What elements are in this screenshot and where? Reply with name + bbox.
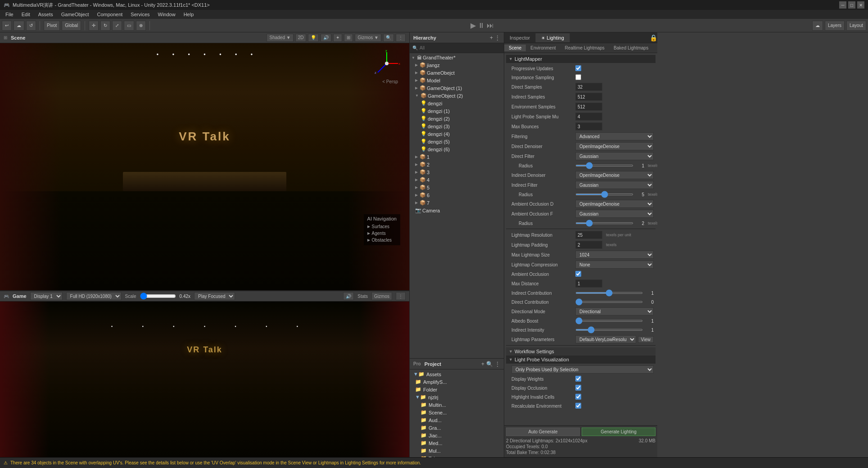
hierarchy-dengzi2[interactable]: 💡 dengzi (2) [410,115,504,122]
scene-audio-button[interactable]: 🔊 [321,34,331,42]
proj-scene[interactable]: 📁 Scene... [410,409,504,416]
indirect-intensity-slider[interactable] [575,329,643,331]
hierarchy-add-button[interactable]: + [490,35,493,41]
indirect-radius-slider[interactable] [575,194,633,195]
menu-file[interactable]: File [2,11,17,18]
lp-sample-mul-input[interactable] [575,112,602,121]
rect-tool[interactable]: ▭ [124,21,134,31]
hierarchy-gameobejct[interactable]: ▶ 📦 GameObejct [410,69,504,76]
menu-gameobject[interactable]: GameObject [58,11,93,18]
scene-gizmos-button[interactable]: Gizmos ▼ [355,34,381,42]
maximize-button[interactable]: □ [848,1,855,9]
stats-button[interactable]: Stats [357,294,368,299]
hierarchy-more-button[interactable]: ⋮ [495,35,500,41]
scene-more-button[interactable]: ⋮ [396,34,406,42]
move-tool[interactable]: ✛ [89,21,99,31]
hierarchy-model[interactable]: ▶ 📦 Model [410,76,504,84]
project-more-button[interactable]: ⋮ [495,361,500,367]
hierarchy-item7[interactable]: ▶ 📦 7 [410,199,504,207]
proj-folder[interactable]: 📁 Folder [410,386,504,393]
ao-radius-slider[interactable] [575,222,633,224]
hierarchy-grandtheater[interactable]: ▼ 🏛 GrandTheater* [410,54,504,61]
lock-button[interactable]: 🔒 [650,34,657,41]
menu-edit[interactable]: Edit [18,11,34,18]
scale-tool[interactable]: ⤢ [112,21,122,31]
hierarchy-jiangz[interactable]: ▶ 📦 jiangz [410,61,504,69]
menu-help[interactable]: Help [180,11,198,18]
sub-tab-realtime[interactable]: Realtime Lightmaps [561,45,609,51]
menu-component[interactable]: Component [93,11,126,18]
scene-fx-button[interactable]: ✦ [333,34,342,42]
hierarchy-item5[interactable]: ▶ 📦 5 [410,184,504,191]
lm-padding-input[interactable] [575,241,602,249]
auto-generate-button[interactable]: Auto Generate [506,428,580,436]
scale-slider[interactable] [140,292,176,300]
layout-button[interactable]: Layout [846,21,866,31]
nav-agents-item[interactable]: ▶ Agents [367,230,397,237]
hierarchy-dengzi5[interactable]: 💡 dengzi (5) [410,138,504,145]
play-button[interactable]: ▶ [470,21,476,30]
resolution-select[interactable]: Full HD (1920x1080) [66,292,122,300]
layers-button[interactable]: Layers [825,21,845,31]
sub-tab-baked[interactable]: Baked Lightmaps [609,45,653,51]
scene-shading-button[interactable]: Shaded ▼ [267,34,293,42]
generate-lighting-button[interactable]: Generate Lighting [582,428,656,436]
close-button[interactable]: ✕ [857,1,864,9]
tab-inspector[interactable]: Inspector [504,33,536,42]
game-more-button[interactable]: ⋮ [396,292,406,300]
collab-button[interactable]: ☁ [812,21,823,31]
hierarchy-dengzi[interactable]: 💡 dengzi [410,99,504,107]
scene-light-button[interactable]: 💡 [308,34,319,42]
hierarchy-search-input[interactable] [420,45,501,50]
probe-viz-mode-select[interactable]: Only Probes Used By Selection [511,365,654,374]
proj-multin[interactable]: 📁 Multin... [410,401,504,409]
albedo-boost-slider[interactable] [575,320,643,322]
indirect-denoiser-select[interactable]: OpenImageDenoise [575,171,654,179]
lm-params-select[interactable]: Default-VeryLowResolution [575,335,636,343]
hierarchy-dengzi1[interactable]: 💡 dengzi (1) [410,107,504,115]
nav-obstacles-item[interactable]: ▶ Obstacles [367,237,397,243]
ao-filter-select[interactable]: Gaussian [575,210,654,218]
directional-mode-select[interactable]: Directional [575,307,654,315]
project-search-button[interactable]: 🔍 [486,361,493,367]
importance-sampling-checkbox[interactable] [575,74,581,80]
lm-compression-select[interactable]: None [575,261,654,269]
menu-services[interactable]: Services [127,11,153,18]
step-button[interactable]: ⏭ [487,21,494,30]
proj-gra1[interactable]: 📁 Gra... [410,424,504,432]
display-weights-checkbox[interactable] [575,376,581,382]
proj-med1[interactable]: 📁 Med... [410,439,504,447]
progressive-updates-checkbox[interactable] [575,65,581,71]
hierarchy-item4[interactable]: ▶ 📦 4 [410,176,504,184]
direct-filter-select[interactable]: Gaussian [575,152,654,160]
proj-amplifys[interactable]: 📁 AmplifyS... [410,378,504,386]
indirect-contribution-slider[interactable] [575,292,643,294]
menu-assets[interactable]: Assets [35,11,57,18]
global-button[interactable]: Global [62,21,81,31]
hierarchy-dengzi4[interactable]: 💡 dengzi (4) [410,130,504,138]
gizmos-button[interactable]: Gizmos [371,292,392,300]
lm-resolution-input[interactable] [575,231,602,239]
direct-denoiser-select[interactable]: OpenImageDenoise [575,142,654,150]
hierarchy-item3[interactable]: ▶ 📦 3 [410,168,504,176]
scene-grid-button[interactable]: ⊞ [344,34,353,42]
cloud-button[interactable]: ☁ [14,21,24,31]
hierarchy-dengzi3[interactable]: 💡 dengzi (3) [410,122,504,130]
tab-lighting[interactable]: ☀ Lighting [536,33,570,42]
proj-njzlrj[interactable]: ▼📁 njzlrj [410,393,504,401]
minimize-button[interactable]: ─ [839,1,846,9]
scene-search-button[interactable]: 🔍 [383,34,394,42]
proj-mul1[interactable]: 📁 Mul... [410,447,504,454]
audio-mute-button[interactable]: 🔊 [343,292,354,300]
hierarchy-item6[interactable]: ▶ 📦 6 [410,191,504,199]
game-select[interactable]: Display 1 [30,292,63,300]
ao-denoiser-select[interactable]: OpenImageDenoise [575,200,654,208]
highlight-invalid-checkbox[interactable] [575,394,581,400]
hierarchy-dengzi6[interactable]: 💡 dengzi (6) [410,145,504,153]
nav-surfaces-item[interactable]: ▶ Surfaces [367,223,397,230]
sub-tab-scene[interactable]: Scene [504,45,526,51]
sub-tab-environment[interactable]: Environment [526,45,560,51]
scene-canvas[interactable]: ● ● ● ● ● ● ● VR Talk [0,43,409,290]
hierarchy-item2[interactable]: ▶ 📦 2 [410,161,504,168]
lm-params-view-button[interactable]: View [638,336,654,343]
